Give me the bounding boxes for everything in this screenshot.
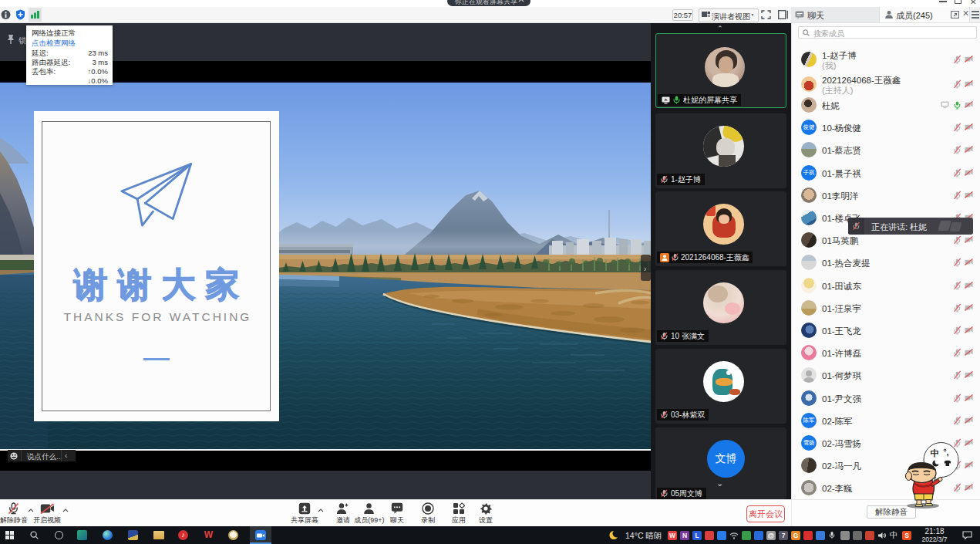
svg-text:,: ,: [947, 448, 949, 457]
svg-text:中: 中: [931, 448, 939, 458]
svg-text:›: ›: [644, 265, 646, 273]
